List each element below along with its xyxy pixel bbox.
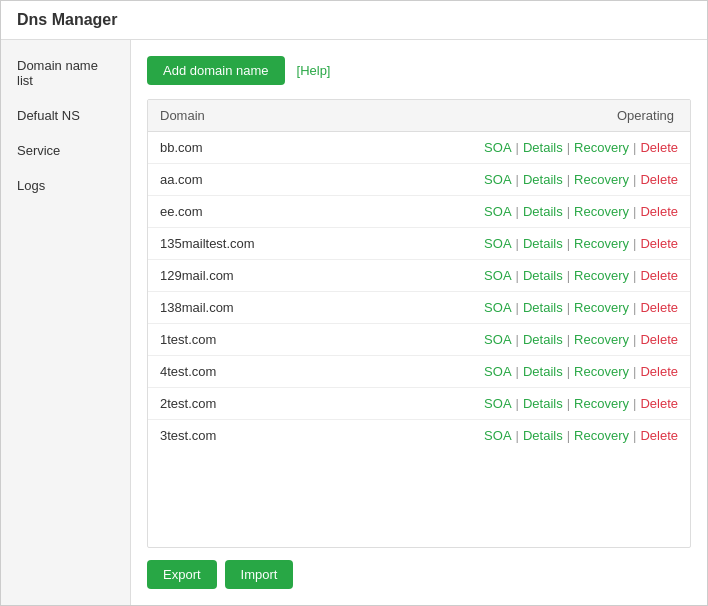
actions-cell: SOA | Details | Recovery | Delete [339, 292, 690, 324]
action-separator: | [516, 396, 519, 411]
delete-link[interactable]: Delete [640, 140, 678, 155]
action-separator: | [567, 332, 570, 347]
table-row: 129mail.comSOA | Details | Recovery | De… [148, 260, 690, 292]
domain-table: Domain Operating bb.comSOA | Details | R… [148, 100, 690, 451]
actions-cell: SOA | Details | Recovery | Delete [339, 228, 690, 260]
help-link[interactable]: [Help] [297, 63, 331, 78]
action-separator: | [633, 236, 636, 251]
action-separator: | [633, 140, 636, 155]
details-link[interactable]: Details [523, 364, 563, 379]
table-row: 2test.comSOA | Details | Recovery | Dele… [148, 388, 690, 420]
action-separator: | [567, 140, 570, 155]
delete-link[interactable]: Delete [640, 204, 678, 219]
action-separator: | [567, 364, 570, 379]
delete-link[interactable]: Delete [640, 332, 678, 347]
table-row: 1test.comSOA | Details | Recovery | Dele… [148, 324, 690, 356]
soa-link[interactable]: SOA [484, 204, 511, 219]
action-separator: | [516, 300, 519, 315]
domain-table-container: Domain Operating bb.comSOA | Details | R… [147, 99, 691, 548]
domain-cell: 1test.com [148, 324, 339, 356]
recovery-link[interactable]: Recovery [574, 428, 629, 443]
sidebar-item-service[interactable]: Service [1, 133, 130, 168]
export-button[interactable]: Export [147, 560, 217, 589]
domain-cell: 2test.com [148, 388, 339, 420]
table-row: 138mail.comSOA | Details | Recovery | De… [148, 292, 690, 324]
soa-link[interactable]: SOA [484, 140, 511, 155]
action-separator: | [567, 300, 570, 315]
soa-link[interactable]: SOA [484, 172, 511, 187]
sidebar-item-default-ns[interactable]: Defualt NS [1, 98, 130, 133]
domain-cell: aa.com [148, 164, 339, 196]
recovery-link[interactable]: Recovery [574, 364, 629, 379]
delete-link[interactable]: Delete [640, 172, 678, 187]
action-separator: | [633, 172, 636, 187]
sidebar: Domain name listDefualt NSServiceLogs [1, 40, 131, 605]
delete-link[interactable]: Delete [640, 396, 678, 411]
table-row: 3test.comSOA | Details | Recovery | Dele… [148, 420, 690, 452]
recovery-link[interactable]: Recovery [574, 396, 629, 411]
actions-cell: SOA | Details | Recovery | Delete [339, 196, 690, 228]
toolbar: Add domain name [Help] [147, 56, 691, 85]
details-link[interactable]: Details [523, 300, 563, 315]
table-row: 135mailtest.comSOA | Details | Recovery … [148, 228, 690, 260]
app-title: Dns Manager [17, 11, 691, 29]
soa-link[interactable]: SOA [484, 268, 511, 283]
details-link[interactable]: Details [523, 268, 563, 283]
delete-link[interactable]: Delete [640, 268, 678, 283]
actions-cell: SOA | Details | Recovery | Delete [339, 356, 690, 388]
footer-buttons: Export Import [147, 560, 691, 589]
domain-cell: 138mail.com [148, 292, 339, 324]
details-link[interactable]: Details [523, 204, 563, 219]
details-link[interactable]: Details [523, 236, 563, 251]
recovery-link[interactable]: Recovery [574, 204, 629, 219]
soa-link[interactable]: SOA [484, 300, 511, 315]
add-domain-button[interactable]: Add domain name [147, 56, 285, 85]
col-operating-header: Operating [339, 100, 690, 132]
recovery-link[interactable]: Recovery [574, 140, 629, 155]
domain-cell: 129mail.com [148, 260, 339, 292]
sidebar-item-logs[interactable]: Logs [1, 168, 130, 203]
soa-link[interactable]: SOA [484, 428, 511, 443]
action-separator: | [567, 428, 570, 443]
actions-cell: SOA | Details | Recovery | Delete [339, 388, 690, 420]
delete-link[interactable]: Delete [640, 364, 678, 379]
domain-cell: 135mailtest.com [148, 228, 339, 260]
import-button[interactable]: Import [225, 560, 294, 589]
action-separator: | [516, 172, 519, 187]
action-separator: | [516, 204, 519, 219]
details-link[interactable]: Details [523, 396, 563, 411]
action-separator: | [567, 396, 570, 411]
table-row: aa.comSOA | Details | Recovery | Delete [148, 164, 690, 196]
details-link[interactable]: Details [523, 140, 563, 155]
details-link[interactable]: Details [523, 172, 563, 187]
action-separator: | [567, 236, 570, 251]
soa-link[interactable]: SOA [484, 364, 511, 379]
action-separator: | [516, 332, 519, 347]
action-separator: | [567, 268, 570, 283]
action-separator: | [633, 396, 636, 411]
recovery-link[interactable]: Recovery [574, 268, 629, 283]
action-separator: | [516, 140, 519, 155]
table-row: 4test.comSOA | Details | Recovery | Dele… [148, 356, 690, 388]
soa-link[interactable]: SOA [484, 236, 511, 251]
recovery-link[interactable]: Recovery [574, 332, 629, 347]
actions-cell: SOA | Details | Recovery | Delete [339, 132, 690, 164]
content-area: Add domain name [Help] Domain Operating … [131, 40, 707, 605]
action-separator: | [633, 268, 636, 283]
recovery-link[interactable]: Recovery [574, 172, 629, 187]
details-link[interactable]: Details [523, 332, 563, 347]
details-link[interactable]: Details [523, 428, 563, 443]
soa-link[interactable]: SOA [484, 396, 511, 411]
actions-cell: SOA | Details | Recovery | Delete [339, 420, 690, 452]
recovery-link[interactable]: Recovery [574, 300, 629, 315]
delete-link[interactable]: Delete [640, 236, 678, 251]
action-separator: | [516, 236, 519, 251]
actions-cell: SOA | Details | Recovery | Delete [339, 164, 690, 196]
sidebar-item-domain-name-list[interactable]: Domain name list [1, 48, 130, 98]
col-domain-header: Domain [148, 100, 339, 132]
soa-link[interactable]: SOA [484, 332, 511, 347]
recovery-link[interactable]: Recovery [574, 236, 629, 251]
delete-link[interactable]: Delete [640, 428, 678, 443]
domain-cell: bb.com [148, 132, 339, 164]
delete-link[interactable]: Delete [640, 300, 678, 315]
